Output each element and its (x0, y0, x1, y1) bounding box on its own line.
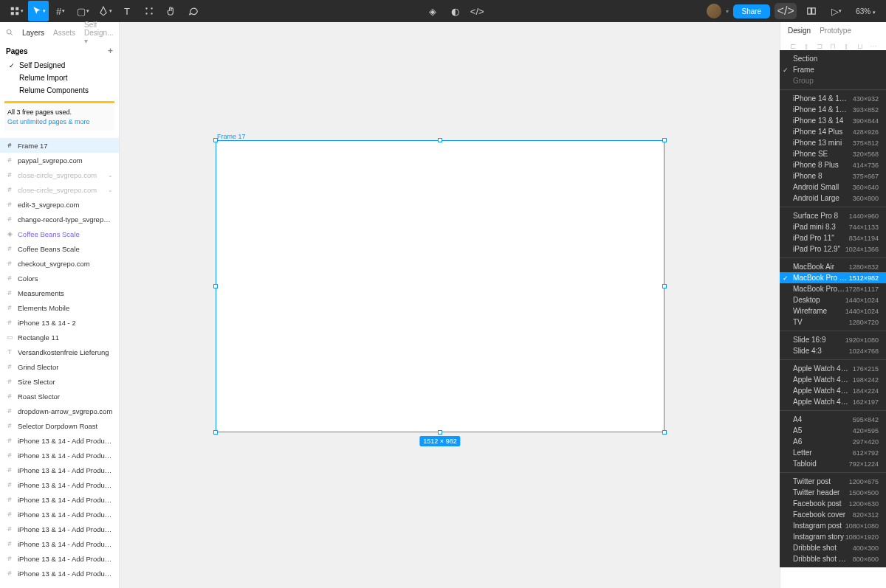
preset-row[interactable]: iPad Pro 11"834×1194 (780, 232, 886, 243)
text-tool-button[interactable]: T (117, 1, 137, 21)
preset-row[interactable]: TV1280×720 (780, 317, 886, 328)
layer-item[interactable]: #close-circle_svgrepo.com⌄ (0, 182, 119, 197)
component-icon[interactable]: ◈ (422, 1, 443, 21)
layer-item[interactable]: #iPhone 13 & 14 - 2 (0, 315, 119, 330)
layer-item[interactable]: #iPhone 13 & 14 - Add Products 4 (0, 536, 119, 551)
layer-item[interactable]: #iPhone 13 & 14 - Add Products empty... (0, 463, 119, 477)
layer-item[interactable]: TVersandkostenfreie Lieferung (0, 345, 119, 359)
preset-row[interactable]: iPad Pro 12.9"1024×1366 (780, 243, 886, 255)
preset-row[interactable]: Dribbble shot HD800×600 (780, 553, 886, 564)
preset-row[interactable]: Apple Watch 41mm176×215 (780, 363, 886, 374)
layer-item[interactable]: #Grind Slector (0, 359, 119, 374)
library-icon[interactable] (801, 1, 822, 21)
preset-row[interactable]: iPhone SE320×568 (780, 148, 886, 159)
resize-handle-bm[interactable] (438, 430, 442, 435)
preset-row[interactable]: Slide 16:91920×1080 (780, 334, 886, 345)
preset-row[interactable]: Wireframe1440×1024 (780, 305, 886, 317)
preset-row[interactable]: Instagram post1080×1080 (780, 520, 886, 531)
layer-item[interactable]: #Elements Mobile (0, 300, 119, 315)
resize-handle-tr[interactable] (662, 138, 667, 142)
layer-item[interactable]: #Measurements (0, 286, 119, 300)
search-icon[interactable] (6, 29, 13, 36)
layer-item[interactable]: #close-circle_svgrepo.com⌄ (0, 167, 119, 182)
devmode-toggle[interactable]: </> (775, 3, 797, 19)
move-tool-button[interactable]: ▾ (28, 1, 49, 21)
preset-row[interactable]: Android Large360×800 (780, 193, 886, 204)
main-menu-button[interactable]: ▾ (6, 1, 27, 21)
preset-row[interactable]: Android Small360×640 (780, 181, 886, 193)
preset-row[interactable]: Slide 4:31024×768 (780, 345, 886, 356)
layer-item[interactable]: ◈Coffee Beans Scale (0, 226, 119, 241)
tab-assets[interactable]: Assets (53, 29, 75, 37)
tab-layers[interactable]: Layers (22, 29, 44, 37)
resources-button[interactable] (139, 1, 159, 21)
preset-row[interactable]: iPhone 14 & 15 Pro393×852 (780, 104, 886, 115)
comment-tool-button[interactable] (183, 1, 204, 21)
resize-handle-br[interactable] (662, 430, 667, 435)
preset-row[interactable]: A4595×842 (780, 414, 886, 425)
avatar[interactable] (707, 4, 721, 18)
layer-item[interactable]: #edit-3_svgrepo.com (0, 197, 119, 212)
resize-handle-ml[interactable] (213, 284, 218, 288)
layer-item[interactable]: #Selector Dorpdown Roast (0, 418, 119, 433)
preset-row[interactable]: Facebook post1200×630 (780, 498, 886, 509)
align-hcenter-icon[interactable]: ⫿ (801, 41, 811, 51)
file-dropdown[interactable]: Self Design... ▾ (84, 21, 113, 45)
layer-item[interactable]: #iPhone 13 & 14 - Add Products active ..… (0, 492, 119, 507)
align-top-icon[interactable]: ⊓ (828, 41, 838, 51)
resize-handle-bl[interactable] (213, 430, 218, 435)
play-icon[interactable]: ▷▾ (826, 1, 847, 21)
preset-row[interactable]: iPhone 8 Plus414×736 (780, 159, 886, 170)
devmode-icon[interactable]: </> (467, 1, 487, 21)
hand-tool-button[interactable] (161, 1, 182, 21)
align-more-icon[interactable]: ⋯ (868, 41, 879, 51)
layer-item[interactable]: #Colors (0, 271, 119, 286)
selected-frame[interactable]: 1512 × 982 (216, 140, 664, 432)
resize-handle-tm[interactable] (438, 138, 442, 142)
preset-row[interactable]: iPad mini 8.3744×1133 (780, 221, 886, 232)
preset-row[interactable]: Apple Watch 44mm184×224 (780, 385, 886, 396)
align-left-icon[interactable]: ⊏ (788, 41, 798, 51)
preset-row[interactable]: ✓Frame (780, 64, 886, 75)
preset-row[interactable]: Twitter post1200×675 (780, 476, 886, 487)
layer-item[interactable]: #dropdown-arrow_svgrepo.com (0, 404, 119, 418)
frame-label[interactable]: Frame 17 (217, 133, 246, 140)
layer-item[interactable]: #iPhone 13 & 14 - Add Products 6 (0, 507, 119, 522)
preset-row[interactable]: Section (780, 53, 886, 64)
layer-item[interactable]: #Frame 17 (0, 138, 119, 153)
canvas[interactable]: Frame 17 1512 × 982 (120, 22, 780, 588)
preset-row[interactable]: Surface Pro 81440×960 (780, 210, 886, 221)
layer-item[interactable]: #iPhone 13 & 14 - Add Products inacti... (0, 477, 119, 492)
layer-item[interactable]: #iPhone 13 & 14 - Add Products empty... (0, 448, 119, 463)
align-vcenter-icon[interactable]: ⫿ (842, 41, 852, 51)
preset-row[interactable]: iPhone 8375×667 (780, 170, 886, 181)
preset-row[interactable]: Twitter header1500×500 (780, 487, 886, 498)
layer-item[interactable]: #paypal_svgrepo.com (0, 153, 119, 167)
preset-row[interactable]: Apple Watch 45mm198×242 (780, 374, 886, 385)
tab-prototype[interactable]: Prototype (820, 27, 851, 35)
resize-handle-mr[interactable] (662, 284, 667, 288)
align-right-icon[interactable]: ⊐ (814, 41, 825, 51)
layer-item[interactable]: #Roast Slector (0, 389, 119, 404)
layer-item[interactable]: #change-record-type_svgrepo.com (0, 212, 119, 226)
page-item[interactable]: ✓Self Designed (0, 59, 119, 72)
layer-item[interactable]: #checkout_svgrepo.com (0, 256, 119, 271)
preset-row[interactable]: ✓MacBook Pro 14"1512×982 (780, 272, 886, 283)
layer-item[interactable]: #iPhone 13 & 14 - Add Products (0, 551, 119, 566)
frame-tool-button[interactable]: #▾ (50, 1, 71, 21)
add-page-button[interactable]: + (108, 46, 113, 56)
preset-row[interactable]: MacBook Pro 16"1728×1117 (780, 283, 886, 294)
pen-tool-button[interactable]: ▾ (95, 1, 115, 21)
layer-item[interactable]: #iPhone 13 & 14 - Add Products empty... (0, 433, 119, 448)
upgrade-link[interactable]: Get unlimited pages & more (7, 118, 90, 125)
preset-row[interactable]: A5420×595 (780, 425, 886, 436)
shape-tool-button[interactable]: ▢▾ (72, 1, 93, 21)
layer-item[interactable]: #iPhone 13 & 14 - Add Products 3 (0, 566, 119, 581)
share-button[interactable]: Share (733, 4, 771, 18)
preset-row[interactable]: Facebook cover820×312 (780, 509, 886, 520)
layer-item[interactable]: #Coffee Beans Scale (0, 241, 119, 256)
preset-row[interactable]: iPhone 13 & 14390×844 (780, 115, 886, 126)
preset-row[interactable]: iPhone 13 mini375×812 (780, 137, 886, 148)
preset-row[interactable]: Instagram story1080×1920 (780, 531, 886, 542)
preset-row[interactable]: Letter612×792 (780, 447, 886, 458)
